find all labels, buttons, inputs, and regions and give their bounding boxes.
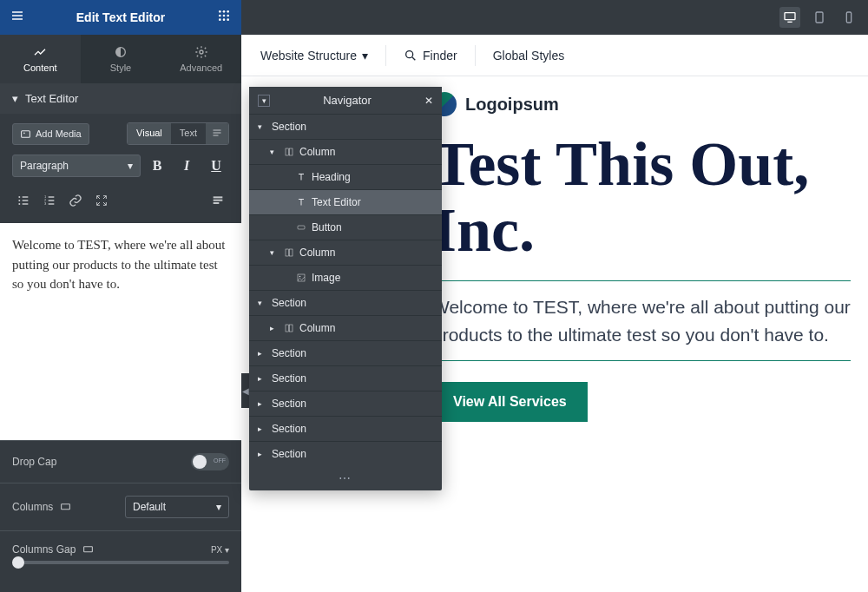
svg-point-18 — [18, 200, 20, 201]
logo-text: Logoipsum — [465, 95, 559, 115]
navigator-panel: ▾ Navigator ✕ ▾Section▾ColumnHeadingText… — [249, 87, 442, 490]
caret-right-icon: ▸ — [258, 349, 266, 358]
svg-point-16 — [23, 132, 25, 134]
column-icon — [284, 147, 294, 157]
navigator-item[interactable]: ▸Section — [249, 441, 442, 466]
svg-rect-38 — [290, 325, 293, 332]
section-text-editor[interactable]: ▾Text Editor — [0, 83, 241, 114]
svg-point-28 — [406, 50, 413, 57]
link-icon[interactable] — [64, 190, 87, 211]
navigator-resize-handle[interactable]: ⋯ — [249, 466, 442, 490]
svg-point-17 — [18, 196, 20, 198]
columns-select[interactable]: Default▾ — [125, 496, 229, 518]
svg-text:3: 3 — [44, 201, 47, 206]
caret-down-icon: ▾ — [12, 92, 18, 105]
columns-gap-label: Columns Gap — [12, 543, 76, 556]
navigator-title: Navigator — [323, 94, 372, 107]
view-services-button[interactable]: View All Services — [432, 382, 588, 422]
italic-button[interactable]: I — [174, 154, 200, 178]
drop-cap-toggle[interactable]: OFF — [191, 453, 229, 470]
fullscreen-icon[interactable] — [90, 190, 113, 211]
navigator-item[interactable]: Heading — [249, 164, 442, 189]
add-media-button[interactable]: Add Media — [12, 123, 89, 145]
chevron-down-icon: ▾ — [362, 49, 368, 62]
navigator-item[interactable]: Text Editor — [249, 189, 442, 214]
svg-rect-23 — [214, 196, 223, 198]
bullet-list-icon[interactable] — [12, 190, 35, 211]
tab-advanced[interactable]: Advanced — [161, 35, 241, 83]
navigator-item[interactable]: ▸Section — [249, 365, 442, 391]
finder-button[interactable]: Finder — [404, 49, 457, 62]
svg-point-4 — [219, 10, 221, 13]
underline-button[interactable]: U — [203, 154, 229, 178]
svg-rect-33 — [286, 249, 289, 256]
minimize-icon[interactable]: ▾ — [258, 95, 270, 107]
svg-point-12 — [227, 18, 229, 21]
caret-down-icon: ▾ — [270, 248, 279, 257]
mobile-view-icon[interactable] — [838, 7, 859, 28]
menu-icon[interactable] — [10, 9, 24, 26]
caret-right-icon: ▸ — [270, 324, 279, 332]
numbered-list-icon[interactable]: 123 — [38, 190, 61, 211]
svg-point-36 — [299, 276, 301, 278]
svg-rect-34 — [290, 249, 293, 256]
image-icon — [296, 273, 306, 283]
svg-point-11 — [223, 18, 226, 21]
apps-grid-icon[interactable] — [217, 9, 231, 26]
visual-tab[interactable]: Visual — [128, 123, 171, 144]
navigator-item[interactable]: ▸Section — [249, 416, 442, 441]
paragraph-select[interactable]: Paragraph▾ — [12, 155, 141, 177]
button-icon — [296, 222, 306, 233]
columns-gap-slider[interactable] — [12, 561, 229, 564]
chevron-down-icon: ▾ — [216, 501, 221, 513]
toolbar-toggle-icon[interactable] — [207, 190, 229, 211]
navigator-item[interactable]: ▾Column — [249, 240, 442, 265]
desktop-view-icon[interactable] — [779, 7, 800, 28]
svg-rect-15 — [22, 130, 30, 137]
svg-rect-3 — [846, 12, 851, 23]
svg-point-10 — [219, 18, 221, 21]
drop-cap-label: Drop Cap — [12, 456, 56, 468]
desktop-icon — [60, 502, 71, 513]
navigator-item[interactable]: ▾Section — [249, 114, 442, 139]
svg-point-7 — [219, 15, 221, 17]
column-icon — [284, 247, 294, 258]
tab-content[interactable]: Content — [0, 35, 81, 83]
svg-rect-26 — [62, 503, 70, 509]
close-icon[interactable]: ✕ — [424, 95, 433, 107]
caret-right-icon: ▸ — [258, 374, 266, 383]
text-editor-content[interactable]: Welcome to TEST, where we're all about p… — [0, 223, 241, 440]
svg-rect-32 — [298, 226, 305, 229]
svg-point-19 — [18, 203, 20, 205]
navigator-item[interactable]: ▾Column — [249, 139, 442, 164]
website-structure-button[interactable]: Website Structure▾ — [260, 49, 368, 62]
text-icon — [296, 172, 306, 182]
navigator-item[interactable]: Button — [249, 214, 442, 240]
navigator-item[interactable]: Image — [249, 265, 442, 290]
svg-line-29 — [412, 57, 415, 60]
svg-rect-30 — [286, 148, 289, 155]
caret-right-icon: ▸ — [258, 399, 266, 408]
navigator-item[interactable]: ▸Column — [249, 315, 442, 340]
bold-button[interactable]: B — [144, 154, 170, 178]
tablet-view-icon[interactable] — [809, 7, 830, 28]
desktop-icon — [82, 544, 94, 556]
tab-style[interactable]: Style — [81, 35, 161, 83]
svg-rect-27 — [84, 546, 93, 551]
toolbar-toggle-icon[interactable] — [206, 123, 228, 144]
svg-point-9 — [227, 15, 229, 17]
column-icon — [284, 323, 294, 333]
svg-rect-0 — [785, 13, 795, 20]
navigator-item[interactable]: ▸Section — [249, 391, 442, 416]
svg-rect-2 — [816, 12, 823, 23]
navigator-item[interactable]: ▾Section — [249, 290, 442, 315]
caret-down-icon: ▾ — [270, 148, 279, 156]
navigator-item[interactable]: ▸Section — [249, 340, 442, 365]
global-styles-button[interactable]: Global Styles — [493, 49, 564, 62]
text-tab[interactable]: Text — [171, 123, 206, 144]
svg-point-6 — [227, 10, 229, 13]
caret-right-icon: ▸ — [258, 424, 266, 433]
svg-point-14 — [200, 50, 203, 54]
svg-point-8 — [223, 15, 226, 17]
hero-subtitle: Welcome to TEST, where we're all about p… — [432, 280, 851, 361]
